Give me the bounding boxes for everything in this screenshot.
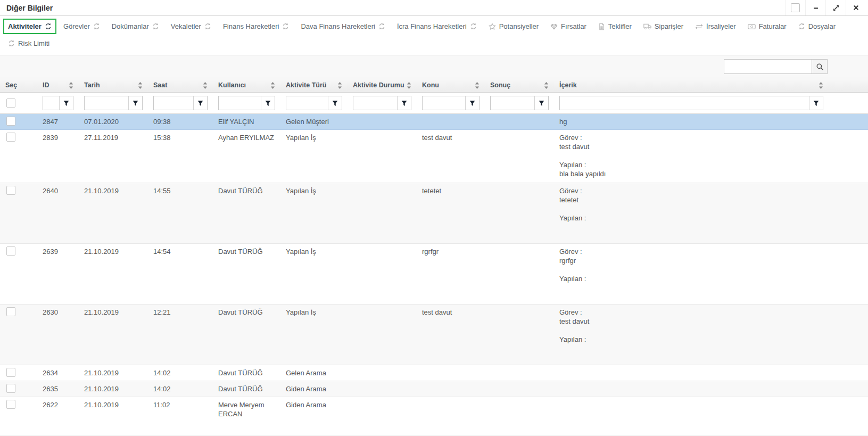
table-row-2622[interactable]: 262221.10.201911:02Merve Meryem ERCANGid… xyxy=(0,397,868,435)
tab-faturalar[interactable]: Faturalar xyxy=(743,19,791,34)
column-header-aktivite_durumu[interactable]: Aktivite Durumu xyxy=(348,78,417,92)
filter-input-saat[interactable] xyxy=(154,96,193,110)
row-checkbox[interactable] xyxy=(6,384,15,393)
table-row-2847[interactable]: 284707.01.202009:38Elif YALÇINGelen Müşt… xyxy=(0,114,868,130)
column-header-sonuc[interactable]: Sonuç xyxy=(485,78,554,92)
cell-tarih: 21.10.2019 xyxy=(79,397,148,413)
funnel-filter-button[interactable] xyxy=(261,96,275,110)
tab-label: Teklifler xyxy=(608,22,632,30)
row-checkbox[interactable] xyxy=(6,117,15,126)
cell-aktivite_durumu xyxy=(348,244,417,250)
table-row-2635[interactable]: 263521.10.201914:02Davut TÜRÜĞGiden Aram… xyxy=(0,381,868,397)
cell-konu xyxy=(417,365,485,372)
funnel-icon xyxy=(63,100,69,106)
tab-firsatlar[interactable]: Fırsatlar xyxy=(545,19,591,34)
cell-konu xyxy=(417,381,485,388)
tab-gorevler[interactable]: Görevler xyxy=(59,19,105,34)
refresh-icon xyxy=(282,23,289,30)
funnel-filter-button[interactable] xyxy=(194,96,207,110)
filter-input-tarih[interactable] xyxy=(85,96,128,110)
column-header-tarih[interactable]: Tarih xyxy=(79,78,148,92)
filter-input-konu[interactable] xyxy=(423,96,465,110)
tab-risk-limiti[interactable]: Risk Limiti xyxy=(3,36,54,51)
filter-input-aktivite_durumu[interactable] xyxy=(353,96,397,110)
cell-sonuc xyxy=(485,397,554,404)
cell-tarih: 21.10.2019 xyxy=(79,381,148,397)
cell-icerik: Görev : tetetet Yapılan : xyxy=(554,183,868,226)
filter-input-id[interactable] xyxy=(43,96,59,110)
maximize-button[interactable] xyxy=(825,0,846,15)
tab-dosyalar[interactable]: Dosyalar xyxy=(793,19,840,34)
filter-cell-sonuc xyxy=(485,96,554,110)
filter-box-id xyxy=(43,96,73,110)
column-label: Konu xyxy=(422,81,439,89)
cell-kullanici: Davut TÜRÜĞ xyxy=(213,381,280,397)
funnel-filter-button[interactable] xyxy=(129,96,142,110)
filter-cell-kullanici xyxy=(213,96,280,110)
refresh-icon xyxy=(378,23,385,30)
cell-id: 2622 xyxy=(37,397,79,413)
tab-potansiyeller[interactable]: Potansiyeller xyxy=(484,19,543,34)
column-header-aktivite_turu[interactable]: Aktivite Türü xyxy=(280,78,348,92)
row-checkbox[interactable] xyxy=(6,400,15,409)
row-checkbox[interactable] xyxy=(6,368,15,377)
table-row-2640[interactable]: 264021.10.201914:55Davut TÜRÜĞYapılan İş… xyxy=(0,183,868,244)
cell-sonuc xyxy=(485,114,554,120)
table-row-2639[interactable]: 263921.10.201914:54Davut TÜRÜĞYapılan İş… xyxy=(0,244,868,305)
cell-sec xyxy=(0,365,37,377)
row-checkbox[interactable] xyxy=(6,246,15,256)
column-header-icerik[interactable]: İçerik xyxy=(554,78,868,92)
filter-input-aktivite_turu[interactable] xyxy=(286,96,328,110)
search-input[interactable] xyxy=(724,59,812,74)
funnel-filter-button[interactable] xyxy=(398,96,411,110)
column-header-kullanici[interactable]: Kullanıcı xyxy=(213,78,280,92)
column-header-konu[interactable]: Konu xyxy=(417,78,485,92)
cell-saat: 09:38 xyxy=(148,114,213,129)
search-box xyxy=(724,59,828,74)
column-header-saat[interactable]: Saat xyxy=(148,78,213,92)
funnel-filter-button[interactable] xyxy=(809,96,823,110)
cell-sonuc xyxy=(485,183,554,190)
filter-input-icerik[interactable] xyxy=(560,96,809,110)
close-icon xyxy=(853,4,859,11)
cell-saat: 15:38 xyxy=(148,130,213,145)
cell-kullanici: Elif YALÇIN xyxy=(213,114,280,129)
select-all-checkbox[interactable] xyxy=(6,98,15,108)
tab-aktiviteler[interactable]: Aktiviteler xyxy=(3,19,56,34)
close-button[interactable] xyxy=(846,0,866,15)
cell-konu xyxy=(417,397,485,404)
cell-aktivite_durumu xyxy=(348,114,417,120)
row-checkbox[interactable] xyxy=(6,133,15,142)
table-row-2634[interactable]: 263421.10.201914:02Davut TÜRÜĞGelen Aram… xyxy=(0,365,868,381)
table-row-2839[interactable]: 283927.11.201915:38Ayhan ERYILMAZYapılan… xyxy=(0,130,868,183)
cell-id: 2635 xyxy=(37,381,79,397)
grid-filter-row xyxy=(0,93,868,114)
row-checkbox[interactable] xyxy=(6,186,15,195)
funnel-filter-button[interactable] xyxy=(466,96,479,110)
minimize-button[interactable] xyxy=(805,0,825,15)
tab-vekaletler[interactable]: Vekaletler xyxy=(166,19,216,34)
filter-input-kullanici[interactable] xyxy=(219,96,261,110)
search-button[interactable] xyxy=(812,59,828,74)
funnel-filter-button[interactable] xyxy=(328,96,342,110)
filter-input-sonuc[interactable] xyxy=(491,96,534,110)
column-header-id[interactable]: ID xyxy=(37,78,79,92)
tab-dava-finans-hareketleri[interactable]: Dava Finans Hareketleri xyxy=(296,19,390,34)
page-title: Diğer Bilgiler xyxy=(6,4,53,12)
tab-teklifler[interactable]: Teklifler xyxy=(593,19,636,34)
table-row-2630[interactable]: 263021.10.201912:21Davut TÜRÜĞYapılan İş… xyxy=(0,305,868,365)
row-checkbox[interactable] xyxy=(6,307,15,316)
restore-box-button[interactable] xyxy=(785,0,805,15)
tab-icra-finans-hareketleri[interactable]: İcra Finans Hareketleri xyxy=(392,19,482,34)
tab-finans-hareketleri[interactable]: Finans Hareketleri xyxy=(218,19,294,34)
tab-siparisler[interactable]: Siparişler xyxy=(639,19,688,34)
cell-konu: test davut xyxy=(417,305,485,320)
tab-irsaliyeler[interactable]: İrsaliyeler xyxy=(690,19,741,34)
funnel-icon xyxy=(332,100,338,106)
funnel-filter-button[interactable] xyxy=(60,96,73,110)
funnel-filter-button[interactable] xyxy=(535,96,548,110)
cell-sonuc xyxy=(485,130,554,136)
search-icon xyxy=(816,63,824,71)
tab-dokumanlar[interactable]: Dokümanlar xyxy=(107,19,164,34)
sort-icon xyxy=(819,82,823,89)
